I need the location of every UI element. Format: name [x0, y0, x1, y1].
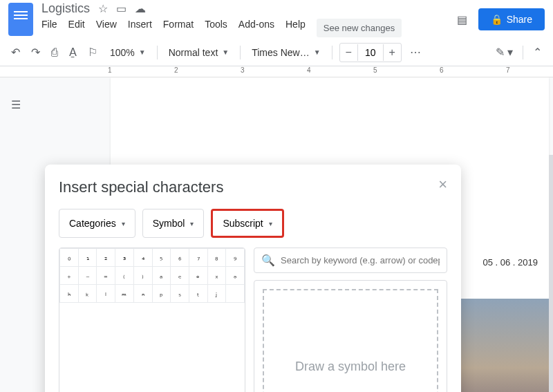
spellcheck-icon[interactable]: A̱	[66, 43, 79, 62]
subscript-dropdown[interactable]: Subscript ▾	[211, 209, 283, 238]
separator	[157, 46, 158, 59]
char-cell[interactable]: ₗ	[97, 285, 115, 303]
char-cell[interactable]: ⱼ	[207, 285, 226, 303]
app-header: Logistics ☆ ▭ ☁ File Edit View Insert Fo…	[0, 0, 553, 39]
char-cell[interactable]: ₜ	[189, 285, 207, 303]
menu-insert[interactable]: Insert	[128, 19, 152, 37]
char-cell[interactable]: ₎	[133, 267, 152, 285]
ruler-mark: 3	[241, 66, 245, 74]
categories-dropdown[interactable]: Categories ▾	[59, 209, 135, 238]
edit-mode-icon[interactable]: ✎ ▾	[493, 43, 516, 62]
char-cell[interactable]: ₘ	[115, 285, 134, 303]
menu-format[interactable]: Format	[163, 19, 194, 37]
char-cell[interactable]: ₔ	[226, 267, 245, 285]
chevron-down-icon: ▼	[222, 48, 229, 56]
menu-bar: File Edit View Insert Format Tools Add-o…	[41, 19, 402, 37]
separator	[523, 46, 523, 59]
search-input[interactable]	[281, 255, 440, 265]
decrease-font-button[interactable]: −	[340, 44, 357, 62]
zoom-value: 100%	[110, 47, 135, 58]
dialog-title: Insert special characters	[59, 178, 447, 196]
paint-format-icon[interactable]: ⚐	[85, 43, 100, 62]
lock-icon: 🔒	[491, 14, 503, 25]
char-cell[interactable]: ₐ	[152, 267, 171, 285]
char-cell[interactable]: ₍	[115, 267, 134, 285]
page-date-text: 05 . 06 . 2019	[482, 257, 538, 268]
undo-icon[interactable]: ↶	[8, 43, 23, 62]
categories-label: Categories	[69, 218, 116, 229]
increase-font-button[interactable]: +	[384, 44, 401, 62]
docs-logo-icon[interactable]	[8, 3, 33, 36]
symbol-dropdown[interactable]: Symbol ▾	[142, 209, 205, 238]
draw-hint: Draw a symbol here	[295, 360, 406, 374]
special-characters-dialog: Insert special characters × Categories ▾…	[45, 165, 461, 392]
comment-icon[interactable]: ▤	[457, 13, 467, 26]
subscript-label: Subscript	[223, 218, 263, 229]
char-cell[interactable]: ₛ	[171, 285, 189, 303]
char-cell	[226, 285, 245, 303]
font-size-value[interactable]: 10	[357, 44, 384, 61]
char-cell[interactable]: ₉	[226, 249, 245, 267]
document-area: ☰ 05 . 06 . 2019 Insert special characte…	[0, 77, 553, 392]
ruler-mark: 2	[174, 66, 178, 74]
char-cell[interactable]: ₁	[78, 249, 97, 267]
menu-tools[interactable]: Tools	[205, 19, 227, 37]
menu-addons[interactable]: Add-ons	[238, 19, 274, 37]
chevron-down-icon: ▾	[269, 220, 272, 227]
char-cell[interactable]: ₑ	[171, 267, 189, 285]
ruler-mark: 5	[373, 66, 377, 74]
ruler-mark: 4	[307, 66, 311, 74]
more-icon[interactable]: ⋯	[407, 43, 424, 62]
ruler[interactable]: 1 2 3 4 5 6 7	[0, 66, 553, 77]
scrollbar[interactable]	[549, 155, 553, 392]
style-select[interactable]: Normal text ▼	[165, 44, 233, 61]
star-icon[interactable]: ☆	[98, 2, 108, 15]
menu-file[interactable]: File	[41, 19, 57, 37]
document-title[interactable]: Logistics	[41, 1, 90, 16]
char-cell[interactable]: ₋	[78, 267, 97, 285]
char-cell[interactable]: ₃	[115, 249, 134, 267]
zoom-select[interactable]: 100% ▼	[106, 44, 150, 61]
char-cell[interactable]: ₇	[189, 249, 207, 267]
font-size-stepper: − 10 +	[339, 43, 402, 62]
symbol-label: Symbol	[153, 218, 185, 229]
char-cell[interactable]: ₀	[60, 249, 79, 267]
print-icon[interactable]: ⎙	[48, 44, 61, 62]
menu-view[interactable]: View	[96, 19, 117, 37]
char-cell[interactable]: ₈	[207, 249, 226, 267]
draw-area[interactable]: Draw a symbol here	[263, 289, 438, 392]
move-icon[interactable]: ▭	[116, 2, 126, 15]
char-cell[interactable]: ₄	[133, 249, 152, 267]
chevron-down-icon: ▾	[190, 220, 194, 227]
separator	[332, 46, 332, 59]
char-cell[interactable]: ₕ	[60, 285, 79, 303]
collapse-icon[interactable]: ⌃	[530, 43, 545, 62]
ruler-mark: 1	[108, 66, 112, 74]
outline-icon[interactable]: ☰	[11, 98, 21, 111]
menu-edit[interactable]: Edit	[68, 19, 85, 37]
char-cell[interactable]: ₂	[97, 249, 115, 267]
cloud-icon[interactable]: ☁	[135, 2, 146, 15]
char-cell[interactable]: ₒ	[189, 267, 207, 285]
draw-panel: Draw a symbol here	[254, 280, 447, 392]
char-cell[interactable]: ₆	[171, 249, 189, 267]
share-label: Share	[507, 14, 532, 25]
char-cell[interactable]: ₅	[152, 249, 171, 267]
char-cell[interactable]: ₌	[97, 267, 115, 285]
font-select[interactable]: Times New… ▼	[247, 44, 324, 61]
share-button[interactable]: 🔒 Share	[478, 8, 545, 30]
char-cell[interactable]: ₙ	[133, 285, 152, 303]
style-value: Normal text	[169, 47, 218, 58]
close-icon[interactable]: ×	[438, 176, 447, 194]
ruler-mark: 6	[440, 66, 444, 74]
char-cell[interactable]: ₚ	[152, 285, 171, 303]
char-cell[interactable]: ₓ	[207, 267, 226, 285]
char-cell[interactable]: ₖ	[78, 285, 97, 303]
toolbar: ↶ ↷ ⎙ A̱ ⚐ 100% ▼ Normal text ▼ Times Ne…	[0, 39, 553, 66]
menu-help[interactable]: Help	[285, 19, 306, 37]
see-new-changes[interactable]: See new changes	[317, 19, 402, 37]
char-cell[interactable]: ₊	[60, 267, 79, 285]
redo-icon[interactable]: ↷	[28, 43, 43, 62]
search-icon: 🔍	[261, 254, 275, 267]
search-box: 🔍	[254, 248, 447, 273]
